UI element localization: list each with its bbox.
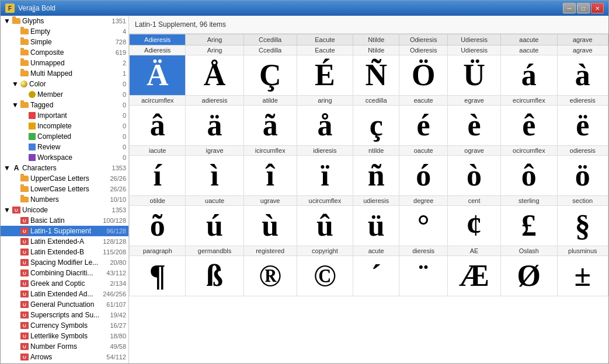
col-header-odieresis[interactable]: Odieresis	[399, 34, 448, 46]
glyph-cell[interactable]: ì	[186, 156, 243, 196]
sidebar-item-composite[interactable]: Composite619	[1, 47, 128, 58]
sidebar-item-superscripts[interactable]: USuperscripts and Su...19/42	[1, 310, 128, 320]
sidebar-item-letterlike-symbols[interactable]: ULetterlike Symbols18/80	[1, 331, 128, 341]
sidebar-item-simple[interactable]: Simple728	[1, 37, 128, 47]
sidebar-item-label: Completed	[37, 132, 120, 141]
glyph-cell[interactable]: â	[130, 106, 186, 146]
sidebar-item-glyphs[interactable]: ▼Glyphs1351	[1, 16, 128, 26]
glyph-cell[interactable]: ö	[557, 156, 608, 196]
sidebar-item-label: Spacing Modifier Le...	[30, 258, 107, 267]
glyph-cell[interactable]: £	[501, 206, 557, 246]
sidebar-item-count: 2/134	[107, 280, 126, 287]
glyph-cell[interactable]: ®	[243, 256, 297, 296]
glyph-cell[interactable]: ã	[243, 106, 297, 146]
expand-icon	[11, 195, 19, 204]
col-header-ccedilla[interactable]: Ccedilla	[243, 34, 297, 46]
col-header-ntilde[interactable]: Ntilde	[353, 34, 399, 46]
glyph-cell[interactable]: ü	[353, 206, 399, 246]
glyph-cell[interactable]: ä	[186, 106, 243, 146]
maximize-button[interactable]: □	[577, 3, 590, 13]
sidebar-item-empty[interactable]: Empty4	[1, 26, 128, 37]
sidebar-item-latin-extended-b[interactable]: ULatin Extended-B115/208	[1, 247, 128, 257]
col-header-adieresis[interactable]: Adieresis	[130, 34, 186, 46]
glyph-cell[interactable]: û	[297, 206, 353, 246]
col-header-agrave[interactable]: agrave	[557, 34, 608, 46]
glyph-cell[interactable]: Æ	[448, 256, 501, 296]
glyph-cell[interactable]: õ	[130, 206, 186, 246]
glyph-cell[interactable]: ô	[501, 156, 557, 196]
sidebar-item-multimapped[interactable]: Multi Mapped1	[1, 68, 128, 79]
glyph-cell[interactable]: è	[448, 106, 501, 146]
col-header-aring[interactable]: Aring	[186, 34, 243, 46]
glyph-cell[interactable]: ú	[186, 206, 243, 246]
glyph-cell[interactable]: ñ	[353, 156, 399, 196]
sidebar-item-latin-extended-a[interactable]: ULatin Extended-A128/128	[1, 236, 128, 247]
sidebar-item-unicode[interactable]: ▼UUnicode1353	[1, 205, 128, 215]
unicode-item-icon: U	[20, 249, 29, 256]
sidebar-item-unmapped[interactable]: Unmapped2	[1, 58, 128, 68]
sidebar-item-arrows[interactable]: UArrows54/112	[1, 352, 128, 362]
sidebar-item-basic-latin[interactable]: UBasic Latin100/128	[1, 215, 128, 226]
sidebar-item-greek-coptic[interactable]: UGreek and Coptic2/134	[1, 278, 128, 289]
sidebar-item-color[interactable]: ▼Color0	[1, 79, 128, 89]
glyph-cell[interactable]: ß	[186, 256, 243, 296]
glyph-cell[interactable]: É	[297, 55, 353, 96]
glyph-cell[interactable]: î	[243, 156, 297, 196]
sidebar-item-incomplete[interactable]: Incomplete0	[1, 121, 128, 131]
sidebar-item-numbers[interactable]: Numbers10/10	[1, 194, 128, 205]
glyph-cell[interactable]: °	[399, 206, 448, 246]
sidebar-item-workspace[interactable]: Workspace0	[1, 152, 128, 163]
glyph-cell[interactable]: é	[399, 106, 448, 146]
glyph-label-cell: acircumflex	[130, 96, 186, 106]
sidebar-item-important[interactable]: Important0	[1, 110, 128, 121]
glyph-cell[interactable]: ¶	[130, 256, 186, 296]
glyph-cell[interactable]: §	[557, 206, 608, 246]
col-header-aacute[interactable]: aacute	[501, 34, 557, 46]
glyph-cell[interactable]: ê	[501, 106, 557, 146]
sidebar-item-count: 49/58	[107, 343, 126, 350]
glyph-cell[interactable]: ¢	[448, 206, 501, 246]
glyph-cell[interactable]: à	[557, 55, 608, 96]
glyph-cell[interactable]: ù	[243, 206, 297, 246]
close-button[interactable]: ✕	[591, 3, 604, 13]
glyph-cell[interactable]: ±	[557, 256, 608, 296]
sidebar-item-completed[interactable]: Completed0	[1, 131, 128, 142]
sidebar-item-latin1-supplement[interactable]: ULatin-1 Supplement96/128	[1, 226, 128, 236]
sidebar-item-characters[interactable]: ▼ACharacters1353	[1, 163, 128, 173]
glyph-cell[interactable]: ©	[297, 256, 353, 296]
sidebar-item-spacing-modifier[interactable]: USpacing Modifier Le...20/80	[1, 257, 128, 268]
glyph-cell[interactable]: á	[501, 55, 557, 96]
sidebar-item-general-punctuation[interactable]: UGeneral Punctuation61/107	[1, 299, 128, 310]
sidebar-item-number-forms[interactable]: UNumber Forms49/58	[1, 341, 128, 352]
glyph-cell[interactable]: í	[130, 156, 186, 196]
sidebar-item-currency-symbols[interactable]: UCurrency Symbols16/27	[1, 320, 128, 331]
glyph-cell[interactable]: ¨	[399, 256, 448, 296]
glyph-cell[interactable]: Ñ	[353, 55, 399, 96]
glyph-cell[interactable]: Å	[186, 55, 243, 96]
glyph-cell[interactable]: ´	[353, 256, 399, 296]
col-header-eacute[interactable]: Eacute	[297, 34, 353, 46]
glyph-cell[interactable]: Ç	[243, 55, 297, 96]
glyph-cell[interactable]: ï	[297, 156, 353, 196]
sidebar-item-tagged[interactable]: ▼Tagged0	[1, 100, 128, 110]
glyph-cell[interactable]: ë	[557, 106, 608, 146]
sidebar-item-combining-diacrit[interactable]: UCombining Diacriti...43/112	[1, 268, 128, 278]
sidebar-item-lowercase[interactable]: LowerCase Letters26/26	[1, 184, 128, 194]
col-header-udieresis[interactable]: Udieresis	[448, 34, 501, 46]
glyph-cell[interactable]: ç	[353, 106, 399, 146]
folder-icon	[20, 197, 29, 202]
glyph-cell[interactable]: å	[297, 106, 353, 146]
sidebar-item-member[interactable]: Member0	[1, 89, 128, 100]
glyph-cell[interactable]: Ä	[130, 55, 186, 96]
glyph-cell[interactable]: Ü	[448, 55, 501, 96]
glyph-label-cell: paragraph	[130, 246, 186, 256]
glyph-cell[interactable]: Ö	[399, 55, 448, 96]
glyph-grid-container[interactable]: AdieresisAringCcedillaEacuteNtildeOdiere…	[129, 34, 608, 363]
sidebar-item-latin-extended-add[interactable]: ULatin Extended Ad...246/256	[1, 289, 128, 299]
sidebar-item-review[interactable]: Review0	[1, 142, 128, 152]
glyph-cell[interactable]: ó	[399, 156, 448, 196]
glyph-cell[interactable]: Ø	[501, 256, 557, 296]
glyph-cell[interactable]: ò	[448, 156, 501, 196]
minimize-button[interactable]: ─	[563, 3, 576, 13]
sidebar-item-uppercase[interactable]: UpperCase Letters26/26	[1, 173, 128, 184]
